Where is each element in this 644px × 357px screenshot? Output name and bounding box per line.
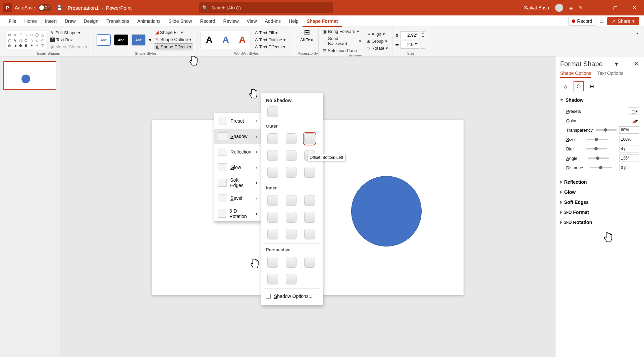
fill-line-tab[interactable]: ◇ [560, 81, 570, 91]
inner-swatch[interactable] [304, 229, 315, 239]
shape-outline-button[interactable]: ✎Shape Outline▾ [154, 36, 193, 43]
transparency-value[interactable]: 60% [619, 126, 639, 134]
share-button[interactable]: ↗Share▾ [607, 17, 639, 25]
tab-insert[interactable]: Insert [41, 15, 61, 27]
tab-help[interactable]: Help [285, 15, 303, 27]
outer-swatch-selected[interactable] [304, 133, 315, 144]
tab-transitions[interactable]: Transitions [102, 15, 133, 27]
distance-value[interactable]: 3 pt [619, 164, 639, 171]
text-fill-button[interactable]: AText Fill▾ [254, 30, 287, 36]
width-spinner[interactable]: ▴▾ [421, 41, 425, 49]
color-dropdown[interactable]: ◢▾ [628, 117, 639, 124]
avatar[interactable] [555, 4, 563, 12]
inner-swatch[interactable] [267, 229, 278, 239]
user-name[interactable]: Saikat Basu [524, 5, 549, 10]
slide-thumbnail[interactable] [3, 61, 56, 90]
edit-shape-button[interactable]: ✎Edit Shape▾ [49, 30, 89, 36]
perspective-swatch[interactable] [267, 274, 278, 284]
outer-swatch[interactable] [304, 167, 315, 178]
inner-swatch[interactable] [267, 212, 278, 223]
sizep-value[interactable]: 100% [619, 136, 639, 143]
tab-view[interactable]: View [243, 15, 261, 27]
text-box-button[interactable]: 🅰Text Box [49, 37, 89, 43]
style-thumb-3[interactable]: Abc [131, 34, 146, 46]
3d-format-section[interactable]: 3-D Format [560, 208, 639, 216]
wordart-gallery[interactable]: AAA [201, 31, 251, 49]
inner-swatch[interactable] [286, 195, 297, 206]
tab-shape-format[interactable]: Shape Format [303, 15, 342, 27]
rotate-button[interactable]: ⟳Rotate▾ [365, 45, 389, 51]
outer-swatch[interactable] [267, 167, 278, 178]
selection-pane-button[interactable]: ⊟Selection Pane [321, 47, 363, 54]
inner-swatch[interactable] [304, 195, 315, 206]
group-button[interactable]: ⊞Group▾ [365, 38, 389, 44]
shape-fill-button[interactable]: ◢Shape Fill▾ [154, 29, 193, 36]
search-box[interactable]: 🔍 [199, 2, 333, 13]
blur-value[interactable]: 4 pt [619, 145, 639, 152]
3d-rotation-section[interactable]: 3-D Rotation [560, 218, 639, 226]
tab-home[interactable]: Home [20, 15, 41, 27]
sizep-slider[interactable] [586, 139, 608, 140]
angle-value[interactable]: 135° [619, 154, 639, 162]
coming-soon-icon[interactable]: ✎ [579, 5, 583, 10]
soft-edges-section[interactable]: Soft Edges [560, 198, 639, 206]
shape-style-gallery[interactable]: Abc Abc Abc ▾ [97, 31, 151, 49]
glow-section[interactable]: Glow [560, 188, 639, 196]
present-button[interactable]: ▭ [599, 18, 604, 24]
presets-dropdown[interactable]: ▢▾ [628, 107, 639, 115]
tab-draw[interactable]: Draw [61, 15, 80, 27]
pane-close-button[interactable]: ✕ [634, 60, 639, 68]
text-effects-button[interactable]: AText Effects▾ [254, 44, 287, 50]
transparency-slider[interactable] [595, 129, 617, 131]
tab-design[interactable]: Design [80, 15, 103, 27]
inner-swatch[interactable] [286, 212, 297, 223]
shadow-options-row[interactable]: Shadow Options... [261, 290, 323, 302]
size-props-tab[interactable]: ⊞ [587, 81, 597, 91]
distance-slider[interactable] [590, 167, 612, 168]
height-spinner[interactable]: ▴▾ [421, 31, 425, 39]
close-button[interactable]: ✕ [628, 0, 641, 15]
outer-swatch[interactable] [286, 133, 297, 144]
effects-soft-edges[interactable]: Soft Edges› [214, 175, 261, 190]
effects-3d-rotation[interactable]: 3-D Rotation› [214, 206, 261, 221]
inner-swatch[interactable] [304, 212, 315, 223]
tab-record[interactable]: Record [196, 15, 219, 27]
effects-tab[interactable]: ⬠ [574, 81, 584, 91]
tab-slideshow[interactable]: Slide Show [164, 15, 196, 27]
record-button[interactable]: Record [568, 17, 596, 26]
document-title[interactable]: Presentation1 - PowerPoint [68, 5, 132, 11]
shapes-gallery[interactable]: ▭▱／＼◻◯△ ▢↳⬠⬡☆◇⬭ ◐◑⬟⬢✦◎▽ [6, 31, 46, 49]
no-shadow-swatch[interactable] [267, 106, 278, 117]
text-options-tab[interactable]: Text Options [597, 71, 624, 78]
shape-options-tab[interactable]: Shape Options [560, 71, 591, 78]
ribbon-collapse-button[interactable]: ⌄ [634, 28, 641, 56]
angle-slider[interactable] [588, 158, 609, 159]
outer-swatch[interactable] [267, 150, 278, 161]
width-input[interactable] [400, 41, 419, 49]
style-thumb-1[interactable]: Abc [97, 34, 111, 46]
tab-file[interactable]: File [5, 15, 20, 27]
outer-swatch[interactable] [286, 150, 297, 161]
search-input[interactable] [211, 5, 330, 10]
minimize-button[interactable]: ─ [589, 0, 602, 15]
align-button[interactable]: ⊫Align▾ [365, 31, 389, 37]
diamond-icon[interactable]: ◈ [569, 5, 573, 10]
reflection-section[interactable]: Reflection [560, 178, 639, 186]
tab-addins[interactable]: Add-ins [261, 15, 285, 27]
effects-preset[interactable]: Preset› [214, 113, 261, 129]
alt-text-icon[interactable]: ⊞ [304, 28, 310, 37]
autosave-toggle[interactable]: Off [38, 4, 51, 11]
effects-shadow[interactable]: Shadow› [214, 129, 261, 144]
perspective-swatch[interactable] [304, 257, 315, 268]
perspective-swatch[interactable] [267, 257, 278, 268]
outer-swatch[interactable] [267, 133, 278, 144]
tab-review[interactable]: Review [219, 15, 243, 27]
perspective-swatch[interactable] [286, 274, 297, 284]
pane-options-icon[interactable]: ▾ [615, 60, 618, 68]
outer-swatch[interactable] [286, 167, 297, 178]
gallery-more-icon[interactable]: ▾ [149, 37, 151, 43]
inner-swatch[interactable] [267, 195, 278, 206]
shape-circle[interactable] [351, 176, 422, 247]
height-input[interactable] [400, 31, 419, 39]
maximize-button[interactable]: ▢ [608, 0, 622, 15]
